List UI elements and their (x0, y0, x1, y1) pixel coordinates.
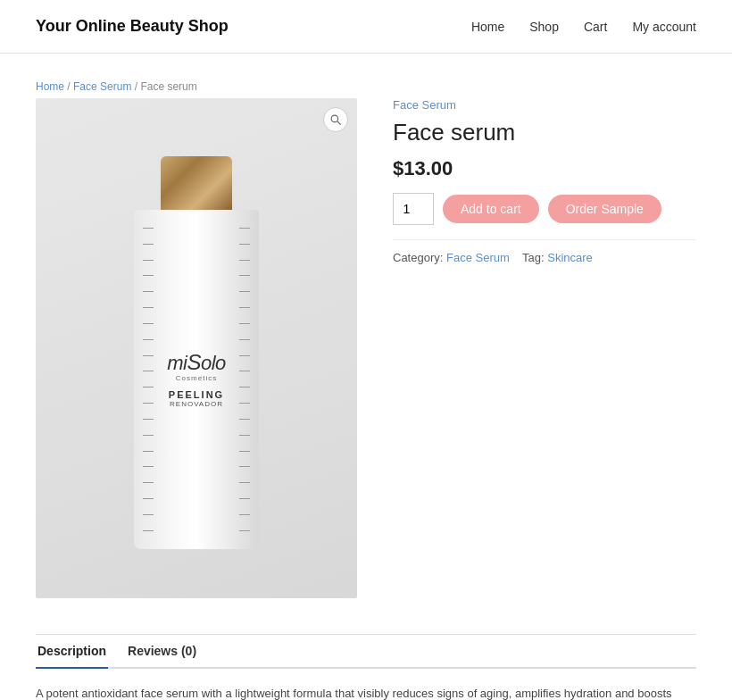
breadcrumb-current: Face serum (140, 80, 196, 93)
tab-reviews[interactable]: Reviews (0) (126, 635, 198, 669)
site-logo: Your Online Beauty Shop (36, 17, 229, 36)
meta-category-label: Category: (393, 251, 443, 264)
bottle-label: miSolo Cosmetics PEELING RENOVADOR (167, 351, 226, 408)
bottle-brand: miSolo (167, 351, 226, 374)
site-header: Your Online Beauty Shop Home Shop Cart M… (0, 0, 732, 54)
quantity-input[interactable] (393, 193, 434, 225)
bottle-cap (161, 156, 232, 210)
tabs-header: Description Reviews (0) (36, 635, 696, 669)
product-image-bg: miSolo Cosmetics PEELING RENOVADOR (36, 98, 357, 598)
bottle-product-name: PEELING (167, 389, 226, 400)
nav-home[interactable]: Home (471, 20, 504, 34)
breadcrumb: Home / Face Serum / Face serum (36, 80, 696, 93)
meta-category-value[interactable]: Face Serum (446, 251, 510, 264)
product-section: miSolo Cosmetics PEELING RENOVADOR (36, 98, 696, 598)
bottle-body: miSolo Cosmetics PEELING RENOVADOR (134, 210, 259, 549)
nav-my-account[interactable]: My account (632, 20, 696, 34)
bottle-cosmetics: Cosmetics (167, 374, 226, 382)
bottle-lines-left (143, 228, 154, 531)
svg-line-1 (337, 121, 340, 124)
description-text: A potent antioxidant face serum with a l… (36, 685, 696, 700)
meta-tag-label: Tag: (522, 251, 545, 264)
zoom-icon[interactable] (323, 107, 348, 132)
breadcrumb-home[interactable]: Home (36, 80, 64, 93)
product-meta: Category: Face Serum Tag: Skincare (393, 239, 696, 264)
main-content: Home / Face Serum / Face serum (0, 54, 732, 700)
order-sample-button[interactable]: Order Sample (548, 195, 661, 223)
nav-shop[interactable]: Shop (529, 20, 559, 34)
meta-tag-value[interactable]: Skincare (547, 251, 593, 264)
bottle-illustration: miSolo Cosmetics PEELING RENOVADOR (125, 156, 268, 567)
product-category-link[interactable]: Face Serum (393, 98, 696, 112)
add-to-cart-button[interactable]: Add to cart (443, 195, 539, 223)
product-details: Face Serum Face serum $13.00 Add to cart… (393, 98, 696, 598)
tab-description-content: A potent antioxidant face serum with a l… (36, 669, 696, 700)
add-to-cart-row: Add to cart Order Sample (393, 193, 696, 225)
product-price: $13.00 (393, 157, 696, 180)
nav-cart[interactable]: Cart (584, 20, 607, 34)
main-nav: Home Shop Cart My account (471, 20, 696, 34)
bottle-lines-right (239, 228, 250, 531)
bottle-product-sub: RENOVADOR (167, 400, 226, 408)
breadcrumb-face-serum[interactable]: Face Serum (73, 80, 131, 93)
product-title: Face serum (393, 119, 696, 146)
product-image-wrapper: miSolo Cosmetics PEELING RENOVADOR (36, 98, 357, 598)
tabs-section: Description Reviews (0) A potent antioxi… (36, 634, 696, 700)
tab-description[interactable]: Description (36, 635, 108, 669)
